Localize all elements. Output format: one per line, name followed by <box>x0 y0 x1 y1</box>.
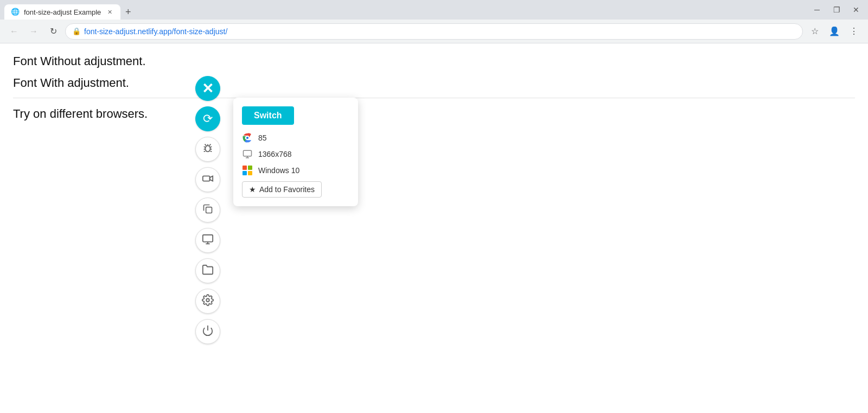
svg-point-0 <box>205 145 210 151</box>
forward-button[interactable]: → <box>26 24 41 39</box>
browser-info-popup: Switch 85 <box>233 98 358 206</box>
svg-rect-3 <box>206 207 212 213</box>
power-button[interactable] <box>195 319 220 344</box>
active-tab[interactable]: 🌐 font-size-adjust Example ✕ <box>4 4 120 20</box>
folder-button[interactable] <box>195 258 220 283</box>
svg-point-7 <box>206 298 209 302</box>
svg-rect-4 <box>203 234 213 242</box>
tab-close-button[interactable]: ✕ <box>105 8 114 16</box>
new-tab-button[interactable]: + <box>120 4 136 20</box>
switch-button-popup[interactable]: Switch <box>242 106 294 125</box>
video-button[interactable] <box>195 167 220 192</box>
font-line-3: Try on different browsers. <box>13 107 855 121</box>
page-content: Font Without adjustment. Font With adjus… <box>0 43 868 413</box>
bookmark-button[interactable]: ☆ <box>807 24 822 39</box>
power-icon <box>202 325 214 339</box>
svg-rect-11 <box>244 150 252 156</box>
url-text: font-size-adjust.netlify.app/font-size-a… <box>84 27 227 36</box>
browser-version: 85 <box>258 134 267 142</box>
bug-button[interactable] <box>195 137 220 162</box>
monitor-icon <box>202 233 214 248</box>
minimize-button[interactable]: ─ <box>809 2 825 17</box>
divider <box>13 98 855 98</box>
os-row: Windows 10 <box>242 165 349 176</box>
title-bar: 🌐 font-size-adjust Example ✕ + ─ ❐ ✕ <box>0 0 868 20</box>
copy-button[interactable] <box>195 198 220 223</box>
back-button[interactable]: ← <box>7 24 22 39</box>
os-value: Windows 10 <box>258 166 299 175</box>
folder-icon <box>202 264 214 278</box>
address-actions: ☆ 👤 ⋮ <box>807 24 861 39</box>
main-text-area: Font Without adjustment. Font With adjus… <box>0 43 868 413</box>
profile-button[interactable]: 👤 <box>827 24 842 39</box>
copy-icon <box>202 204 213 217</box>
monitor-button[interactable] <box>195 228 220 253</box>
favorites-label: Add to Favorites <box>259 185 315 194</box>
add-to-favorites-button[interactable]: ★ Add to Favorites <box>242 181 322 198</box>
sidebar: ✕ ⟳ <box>195 76 220 344</box>
settings-button[interactable] <box>195 289 220 314</box>
tab-title: font-size-adjust Example <box>24 8 101 16</box>
svg-point-10 <box>246 137 248 139</box>
star-icon: ★ <box>249 185 256 194</box>
font-line-1: Font Without adjustment. <box>13 54 855 68</box>
windows-icon <box>242 165 253 176</box>
reload-button[interactable]: ↻ <box>46 24 61 39</box>
tab-bar: 🌐 font-size-adjust Example ✕ + <box>4 0 803 20</box>
tab-favicon: 🌐 <box>11 8 20 16</box>
url-bar[interactable]: 🔒 font-size-adjust.netlify.app/font-size… <box>65 23 803 40</box>
video-icon <box>202 173 214 187</box>
close-button[interactable]: ✕ <box>848 2 864 17</box>
browser-info-row: 85 <box>242 132 349 143</box>
close-icon-button[interactable]: ✕ <box>195 76 220 101</box>
lock-icon: 🔒 <box>72 27 81 35</box>
switch-button[interactable]: ⟳ <box>195 106 220 131</box>
address-bar: ← → ↻ 🔒 font-size-adjust.netlify.app/fon… <box>0 20 868 43</box>
bug-icon <box>202 142 214 157</box>
svg-rect-1 <box>203 176 210 181</box>
resolution-row: 1366x768 <box>242 149 349 160</box>
svg-marker-2 <box>210 176 213 181</box>
gear-icon <box>202 294 214 309</box>
window-controls: ─ ❐ ✕ <box>809 2 864 17</box>
browser-window: 🌐 font-size-adjust Example ✕ + ─ ❐ ✕ ← →… <box>0 0 868 413</box>
monitor-small-icon <box>242 149 253 160</box>
restore-button[interactable]: ❐ <box>829 2 844 17</box>
close-icon: ✕ <box>202 80 214 97</box>
font-line-2: Font With adjustment. <box>13 76 855 90</box>
resolution-value: 1366x768 <box>258 150 292 158</box>
sync-icon: ⟳ <box>203 112 213 126</box>
chrome-icon <box>242 132 253 143</box>
menu-button[interactable]: ⋮ <box>846 24 861 39</box>
